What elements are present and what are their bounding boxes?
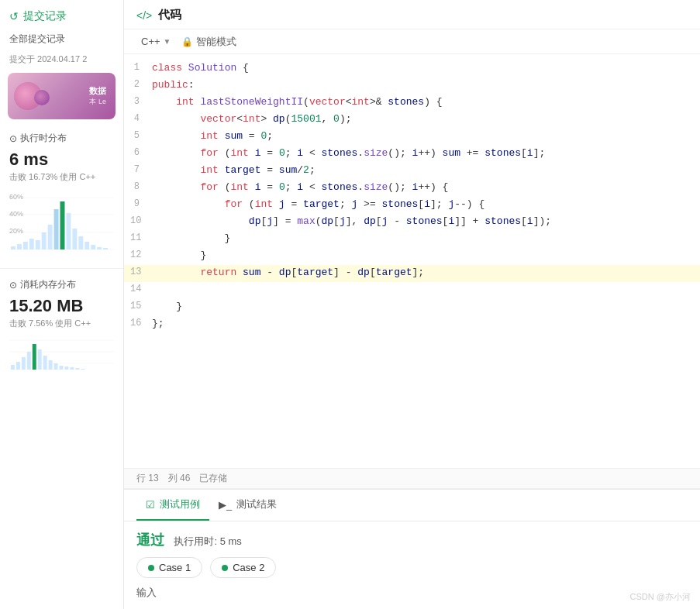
code-line-3: 3 int lastStoneWeightII(vector<int>& sto… — [124, 95, 700, 112]
language-selector[interactable]: C++ ▼ — [136, 34, 175, 49]
cursor-col: 列 46 — [168, 472, 191, 485]
time-metric-section: ⊙ 执行时分布 6 ms 击败 16.73% 使用 C++ — [0, 126, 123, 262]
time-value: 6 ms — [9, 150, 114, 170]
memory-desc: 击败 7.56% 使用 C++ — [9, 318, 114, 329]
svg-rect-30 — [49, 360, 53, 370]
test-result-pass: 通过 — [136, 532, 164, 548]
test-case-2-btn[interactable]: Case 2 — [210, 557, 276, 578]
status-bar: 行 13 列 46 已存储 — [124, 468, 700, 489]
smart-mode-toggle[interactable]: 🔒 智能模式 — [181, 35, 236, 49]
sidebar-section-title[interactable]: ↺ 提交记录 — [0, 0, 123, 29]
memory-chart — [9, 332, 114, 371]
code-line-1: 1 class Solution { — [124, 60, 700, 77]
code-toolbar: C++ ▼ 🔒 智能模式 — [124, 29, 700, 54]
tab-test-result[interactable]: ▶_ 测试结果 — [209, 490, 286, 521]
svg-rect-17 — [91, 245, 95, 249]
test-result-tab-label: 测试结果 — [236, 497, 277, 511]
svg-rect-7 — [29, 239, 34, 249]
test-tab-label: 测试用例 — [160, 497, 200, 511]
svg-rect-15 — [78, 236, 83, 249]
test-result-row: 通过 执行用时: 5 ms — [136, 531, 688, 549]
svg-rect-25 — [22, 357, 26, 370]
svg-rect-35 — [75, 368, 79, 370]
test-tabs: ☑ 测试用例 ▶_ 测试结果 — [124, 490, 700, 521]
card-bubble2 — [34, 90, 50, 105]
lock-icon: 🔒 — [181, 36, 193, 47]
test-case-1-label: Case 1 — [159, 562, 191, 573]
code-line-16: 16 }; — [124, 316, 700, 333]
svg-rect-29 — [43, 356, 47, 370]
test-case-1-dot — [148, 565, 154, 571]
test-case-2-label: Case 2 — [233, 562, 264, 573]
memory-metric-label: ⊙ 消耗内存分布 — [9, 278, 114, 291]
clock-icon: ⊙ — [9, 133, 17, 144]
svg-rect-6 — [23, 242, 28, 249]
code-line-9: 9 for (int j = target; j >= stones[i]; j… — [124, 197, 700, 214]
test-cases: Case 1 Case 2 — [136, 557, 688, 578]
svg-rect-23 — [11, 365, 15, 370]
code-line-6: 6 for (int i = 0; i < stones.size(); i++… — [124, 146, 700, 163]
svg-rect-33 — [64, 366, 68, 370]
test-content: 通过 执行用时: 5 ms Case 1 Case 2 输入 — [124, 521, 700, 609]
tab-test-case[interactable]: ☑ 测试用例 — [136, 490, 209, 521]
code-line-8: 8 for (int i = 0; i < stones.size(); i++… — [124, 180, 700, 197]
code-line-12: 12 } — [124, 248, 700, 265]
test-input-label: 输入 — [136, 586, 688, 600]
exec-time-label: 执行用时: — [174, 535, 217, 547]
code-line-4: 4 vector<int> dp(15001, 0); — [124, 112, 700, 129]
save-status: 已存储 — [199, 472, 227, 485]
svg-rect-28 — [38, 349, 42, 370]
memory-icon: ⊙ — [9, 280, 17, 291]
time-label-text: 执行时分布 — [20, 132, 67, 145]
code-line-14: 14 — [124, 282, 700, 299]
smart-mode-label: 智能模式 — [196, 35, 236, 49]
svg-rect-8 — [36, 240, 40, 249]
cursor-row: 行 13 — [136, 472, 159, 485]
svg-rect-13 — [66, 213, 71, 249]
test-case-1-btn[interactable]: Case 1 — [136, 557, 202, 578]
svg-rect-11 — [54, 209, 59, 249]
code-line-15: 15 } — [124, 299, 700, 316]
code-line-11: 11 } — [124, 231, 700, 248]
chart-label-20: 20% — [9, 228, 23, 235]
svg-rect-36 — [81, 369, 84, 370]
code-line-13: 13 return sum - dp[target] - dp[target]; — [124, 265, 700, 282]
memory-value: 15.20 MB — [9, 296, 114, 316]
svg-rect-19 — [103, 248, 108, 249]
sidebar: ↺ 提交记录 全部提交记录 提交于 2024.04.17 2 数据 本 Le ⊙… — [0, 0, 124, 609]
test-case-2-dot — [222, 565, 228, 571]
code-line-5: 5 int sum = 0; — [124, 129, 700, 146]
svg-rect-10 — [48, 225, 53, 249]
code-line-10: 10 dp[j] = max(dp[j], dp[j - stones[i]] … — [124, 214, 700, 231]
svg-rect-26 — [27, 352, 31, 370]
code-title: 代码 — [158, 8, 181, 22]
time-metric-label: ⊙ 执行时分布 — [9, 132, 114, 145]
memory-label-text: 消耗内存分布 — [20, 278, 76, 291]
history-icon: ↺ — [9, 10, 19, 22]
language-label: C++ — [141, 36, 160, 47]
chevron-down-icon: ▼ — [164, 37, 171, 46]
svg-rect-34 — [70, 367, 74, 370]
watermark: CSDN @亦小河 — [630, 591, 691, 603]
svg-rect-14 — [72, 229, 77, 249]
memory-metric-section: ⊙ 消耗内存分布 15.20 MB 击败 7.56% 使用 C++ — [0, 275, 123, 377]
chart-label-40: 40% — [9, 211, 23, 218]
svg-rect-18 — [97, 247, 102, 249]
svg-rect-32 — [60, 366, 64, 370]
all-submissions-link[interactable]: 全部提交记录 — [0, 29, 123, 52]
svg-rect-5 — [17, 244, 22, 249]
submitted-at: 提交于 2024.04.17 2 — [0, 52, 123, 67]
exec-time-value: 5 ms — [220, 535, 242, 547]
test-section: ☑ 测试用例 ▶_ 测试结果 通过 执行用时: 5 ms Case 1 — [124, 489, 700, 609]
svg-rect-16 — [84, 242, 89, 249]
card-text: 数据 — [89, 85, 106, 97]
sidebar-section-label: 提交记录 — [23, 9, 67, 23]
code-line-2: 2 public: — [124, 77, 700, 95]
svg-rect-31 — [54, 363, 58, 370]
sidebar-card: 数据 本 Le — [8, 73, 116, 119]
terminal-icon: ▶_ — [219, 499, 232, 511]
card-sub: 本 Le — [89, 97, 106, 107]
code-icon: </> — [136, 9, 152, 22]
code-editor[interactable]: 1 class Solution { 2 public: 3 int lastS… — [124, 54, 700, 468]
svg-rect-9 — [42, 232, 47, 249]
